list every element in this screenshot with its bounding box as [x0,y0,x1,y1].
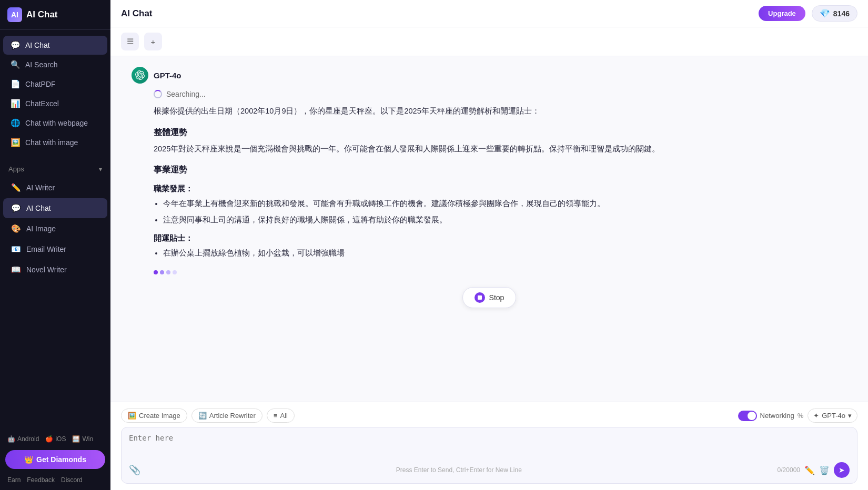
topbar: AI Chat Upgrade 💎 8146 [110,0,868,27]
chevron-down-icon: ▾ [99,166,102,173]
all-button[interactable]: ≡ All [267,409,295,423]
sidebar-item-label: AI Search [25,60,57,69]
sidebar-item-ai-search[interactable]: 🔍 AI Search [3,55,107,74]
platform-label: Win [82,435,93,443]
crown-icon: 👑 [24,455,33,464]
edit-icon-button[interactable]: ✏️ [804,465,815,475]
sidebar-footer: 🤖 Android 🍎 iOS 🪟 Win 👑 Get Diamonds Ear… [0,427,110,490]
sidebar-item-chat-excel[interactable]: 📊 ChatExcel [3,94,107,113]
platform-row: 🤖 Android 🍎 iOS 🪟 Win [0,432,110,446]
apps-item-email-writer[interactable]: 📧 Email Writer [3,239,107,259]
discord-link[interactable]: Discord [61,476,83,484]
sidebar: AI AI Chat 💬 AI Chat 🔍 AI Search 📄 ChatP… [0,0,110,490]
get-diamonds-label: Get Diamonds [36,455,86,464]
message-content: 根據你提供的出生日期（2002年10月9日），你的星座是天秤座。以下是2025年… [132,105,847,263]
sidebar-logo-text: AI Chat [26,9,58,20]
chevron-down-icon: ▾ [848,412,852,420]
section1-text: 2025年對於天秤座來說是一個充滿機會與挑戰的一年。你可能會在個人發展和人際關係… [154,142,847,156]
earn-link[interactable]: Earn [7,476,21,484]
apps-label: Apps [8,165,24,173]
searching-label: Searching... [166,90,206,98]
send-button[interactable]: ➤ [834,462,850,478]
input-box-wrapper: 📎 Press Enter to Send, Ctrl+Enter for Ne… [121,427,857,484]
input-footer: 📎 Press Enter to Send, Ctrl+Enter for Ne… [122,459,857,483]
sidebar-item-chat-webpage[interactable]: 🌐 Chat with webpage [3,114,107,132]
sidebar-nav: 💬 AI Chat 🔍 AI Search 📄 ChatPDF 📊 ChatEx… [0,30,110,158]
sidebar-logo: AI AI Chat [0,0,110,30]
main-panel: AI Chat Upgrade 💎 8146 ☰ + GPT-4o [110,0,868,490]
chat-webpage-icon: 🌐 [11,118,20,128]
delete-icon-button[interactable]: 🗑️ [819,465,830,475]
gpt-avatar [132,67,148,84]
message-block: GPT-4o Searching... 根據你提供的出生日期（2002年10月9… [132,67,847,274]
create-image-label: Create Image [139,412,180,420]
send-icon: ➤ [839,466,845,474]
bullet-item-3: 在辦公桌上擺放綠色植物，如小盆栽，可以增強職場 [163,247,847,260]
attach-button[interactable]: 📎 [129,464,140,476]
apps-item-ai-writer[interactable]: ✏️ AI Writer [3,178,107,198]
sidebar-item-chat-pdf[interactable]: 📄 ChatPDF [3,75,107,94]
networking-label: Networking [760,412,794,420]
percent-icon: % [798,412,804,420]
diamonds-count: 8146 [833,9,850,18]
sidebar-item-chat-image[interactable]: 🖼️ Chat with image [3,133,107,152]
model-name: GPT-4o [154,71,181,80]
bullet-item-1: 今年在事業上有機會迎來新的挑戰和發展。可能會有升職或轉換工作的機會。建議你積極參… [163,197,847,210]
chat-toolbar: ☰ + [110,27,868,56]
apps-item-ai-image[interactable]: 🎨 AI Image [3,219,107,239]
apps-header[interactable]: Apps ▾ [0,161,110,177]
ai-writer-icon: ✏️ [11,182,21,193]
email-writer-icon: 📧 [11,244,21,254]
topbar-right: Upgrade 💎 8146 [759,5,857,22]
bullet-list-1: 今年在事業上有機會迎來新的挑戰和發展。可能會有升職或轉換工作的機會。建議你積極參… [154,197,847,226]
footer-links: Earn Feedback Discord [0,473,110,487]
all-label: All [280,412,287,420]
apps-item-label: Novel Writer [26,266,67,274]
list-view-button[interactable]: ☰ [121,33,139,50]
create-image-button[interactable]: 🖼️ Create Image [121,409,187,423]
searching-spinner [154,90,162,98]
model-selector[interactable]: ✦ GPT-4o ▾ [808,409,857,423]
stop-row: Stop [132,287,847,308]
ai-search-icon: 🔍 [11,60,20,69]
sidebar-item-label: ChatExcel [25,99,59,108]
sidebar-item-label: ChatPDF [25,80,56,88]
chat-input[interactable] [122,427,857,457]
chat-area: GPT-4o Searching... 根據你提供的出生日期（2002年10月9… [110,56,868,402]
apps-section: Apps ▾ ✏️ AI Writer 💬 AI Chat 🎨 AI Image… [0,158,110,283]
android-icon: 🤖 [7,435,15,443]
networking-toggle[interactable] [738,411,757,421]
get-diamonds-button[interactable]: 👑 Get Diamonds [5,450,105,469]
new-chat-button[interactable]: + [144,33,162,50]
sidebar-item-label: Chat with image [25,138,78,147]
section1-title: 整體運勢 [154,125,847,139]
upgrade-button[interactable]: Upgrade [759,6,805,21]
ai-image-icon: 🎨 [11,223,21,234]
chat-excel-icon: 📊 [11,99,20,108]
platform-win[interactable]: 🪟 Win [72,435,93,443]
win-icon: 🪟 [72,435,80,443]
section2-title: 事業運勢 [154,162,847,177]
bullet-list-2: 在辦公桌上擺放綠色植物，如小盆栽，可以增強職場 [154,247,847,260]
networking-row: Networking % [738,411,804,421]
sidebar-item-ai-chat[interactable]: 💬 AI Chat [3,36,107,55]
plus-icon: + [151,37,156,46]
dot-2 [160,270,164,274]
stop-label: Stop [489,293,504,302]
feedback-link[interactable]: Feedback [27,476,55,484]
article-rewriter-button[interactable]: 🔄 Article Rewriter [191,409,263,423]
input-area: 🖼️ Create Image 🔄 Article Rewriter ≡ All… [110,402,868,490]
typing-dots [132,267,847,274]
platform-android[interactable]: 🤖 Android [7,435,39,443]
stop-button[interactable]: Stop [462,287,517,308]
stop-square-icon [478,295,482,300]
apps-item-novel-writer[interactable]: 📖 Novel Writer [3,260,107,280]
message-header: GPT-4o [132,67,847,84]
searching-row: Searching... [132,88,847,100]
platform-ios[interactable]: 🍎 iOS [45,435,66,443]
subsection1-title: 職業發展： [154,182,847,196]
apps-item-ai-chat[interactable]: 💬 AI Chat [3,198,107,218]
article-rewriter-label: Article Rewriter [209,412,256,420]
stop-circle-icon [475,292,485,303]
chat-image-icon: 🖼️ [11,138,20,147]
